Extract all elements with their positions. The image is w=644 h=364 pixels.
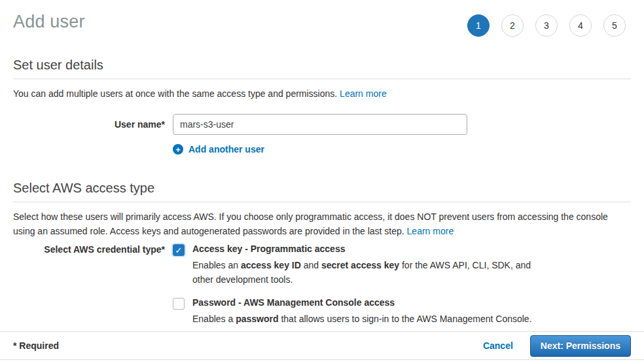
access-type-intro: Select how these users will primarily ac…: [13, 209, 631, 238]
step-2: 2: [501, 14, 524, 37]
password-option: Password - AWS Management Console access…: [173, 297, 538, 326]
password-option-desc: Enables a password that allows users to …: [192, 312, 532, 326]
desc-text: Enables an: [192, 260, 241, 270]
access-key-checkbox[interactable]: ✓: [173, 244, 185, 256]
password-checkbox[interactable]: [173, 298, 185, 310]
credential-type-row: Select AWS credential type* ✓ Access key…: [13, 244, 631, 326]
wizard-step-indicator: 1 2 3 4 5: [467, 12, 631, 37]
password-option-title: Password - AWS Management Console access: [192, 297, 532, 308]
desc-text-bold: password: [236, 314, 278, 324]
desc-text-bold: access key ID: [241, 260, 301, 270]
desc-text: that allows users to sign-in to the AWS …: [279, 314, 532, 324]
add-another-user-link[interactable]: + Add another user: [173, 144, 264, 155]
desc-text: Enables a: [192, 314, 236, 324]
step-1: 1: [467, 14, 490, 37]
required-note: * Required: [13, 340, 59, 351]
desc-text-bold: secret access key: [321, 260, 399, 270]
desc-text: and: [301, 260, 321, 270]
next-permissions-button[interactable]: Next: Permissions: [530, 335, 631, 357]
access-type-intro-text: Select how these users will primarily ac…: [13, 211, 608, 236]
add-another-user-label: Add another user: [188, 144, 264, 155]
access-type-learn-more-link[interactable]: Learn more: [407, 226, 454, 236]
username-row: User name*: [13, 114, 631, 135]
page-header: Add user 1 2 3 4 5: [0, 0, 644, 37]
step-4: 4: [569, 14, 592, 37]
page-title: Add user: [13, 12, 85, 32]
step-3: 3: [535, 14, 558, 37]
check-icon: ✓: [175, 246, 183, 255]
plus-icon: +: [173, 144, 183, 155]
add-user-wizard-page: Add user 1 2 3 4 5 Set user details You …: [0, 0, 644, 364]
user-details-intro-text: You can add multiple users at once with …: [13, 88, 340, 99]
step-5: 5: [603, 14, 626, 37]
access-key-option: ✓ Access key - Programmatic access Enabl…: [173, 244, 538, 287]
access-key-option-desc: Enables an access key ID and secret acce…: [192, 258, 538, 287]
username-input[interactable]: [173, 114, 467, 135]
username-label: User name*: [13, 114, 165, 130]
access-key-option-title: Access key - Programmatic access: [192, 244, 538, 255]
user-details-intro: You can add multiple users at once with …: [13, 86, 631, 101]
wizard-footer: * Required Cancel Next: Permissions: [0, 331, 644, 360]
select-access-type-heading: Select AWS access type: [13, 181, 631, 202]
user-details-learn-more-link[interactable]: Learn more: [340, 88, 387, 99]
cancel-button[interactable]: Cancel: [483, 340, 513, 351]
credential-type-label: Select AWS credential type*: [13, 244, 165, 255]
set-user-details-heading: Set user details: [13, 58, 631, 79]
